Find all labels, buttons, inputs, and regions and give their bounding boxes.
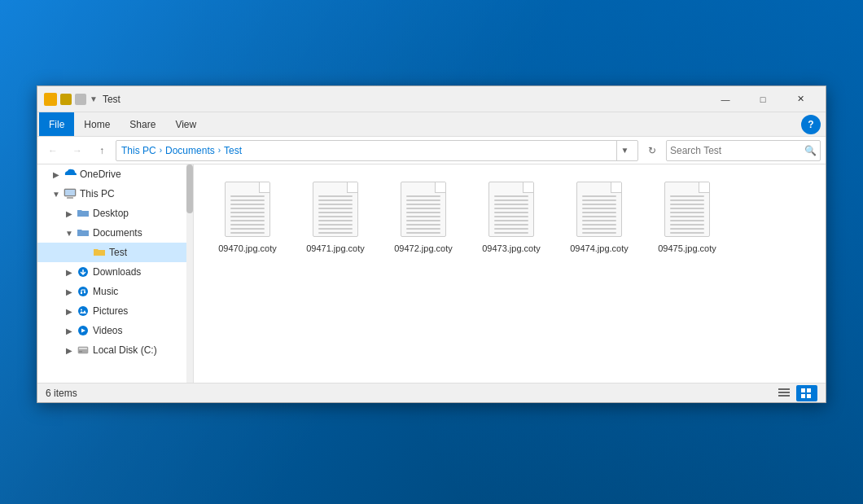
expand-thispc[interactable]: ▼ — [50, 188, 62, 199]
menu-home[interactable]: Home — [74, 112, 120, 136]
sidebar-item-videos[interactable]: ▶ Videos — [37, 321, 193, 340]
path-this-pc[interactable]: This PC — [121, 145, 156, 156]
expand-downloads[interactable]: ▶ — [64, 266, 75, 278]
music-icon — [77, 286, 90, 297]
sidebar-item-music[interactable]: ▶ Music — [37, 282, 193, 301]
file-doc-line — [582, 228, 616, 230]
close-button[interactable]: ✕ — [782, 86, 819, 112]
file-doc-line — [318, 204, 353, 205]
maximize-button[interactable]: □ — [744, 86, 782, 112]
sidebar-label-downloads: Downloads — [93, 266, 141, 278]
sidebar-item-downloads[interactable]: ▶ Downloads — [37, 262, 193, 282]
files-grid: 09470.jpg.coty09471.jpg.coty09472.jpg.co… — [207, 174, 813, 259]
sidebar-label-documents: Documents — [93, 227, 142, 239]
up-button[interactable]: ↑ — [91, 140, 112, 161]
videos-icon — [77, 325, 90, 336]
sidebar-label-videos: Videos — [93, 325, 122, 336]
sidebar-item-thispc[interactable]: ▼ This PC — [37, 184, 193, 204]
file-doc-line — [406, 232, 440, 234]
sidebar-item-test[interactable]: ▶ Test — [37, 243, 193, 262]
file-doc-lines — [670, 195, 704, 234]
search-input[interactable] — [670, 145, 804, 156]
path-test[interactable]: Test — [224, 145, 242, 156]
svg-rect-18 — [807, 388, 811, 392]
title-folder-icon — [44, 93, 57, 106]
expand-music[interactable]: ▶ — [64, 286, 75, 297]
file-doc-line — [230, 220, 265, 221]
sidebar-item-localdisk[interactable]: ▶ Local Disk (C:) — [37, 340, 193, 360]
file-doc-line — [230, 212, 265, 213]
sidebar-scrollbar[interactable] — [186, 164, 193, 383]
list-item[interactable]: 09471.jpg.coty — [295, 174, 376, 259]
list-item[interactable]: 09470.jpg.coty — [207, 174, 288, 259]
path-dropdown-arrow[interactable]: ▼ — [616, 140, 633, 161]
sidebar-label-onedrive: OneDrive — [80, 169, 121, 180]
path-sep2: › — [218, 146, 221, 155]
file-icon-wrap — [573, 179, 625, 239]
file-doc-icon — [225, 182, 270, 237]
back-button[interactable]: ← — [42, 140, 64, 161]
file-doc-line — [406, 228, 440, 230]
menu-bar: File Home Share View ? — [37, 112, 826, 137]
expand-videos[interactable]: ▶ — [64, 325, 75, 336]
file-doc-line — [494, 208, 528, 209]
file-doc-line — [494, 216, 528, 217]
file-doc-line — [230, 232, 265, 234]
file-doc-line — [582, 208, 616, 209]
path-sep1: › — [160, 146, 162, 155]
expand-localdisk[interactable]: ▶ — [64, 344, 75, 356]
sidebar-item-desktop[interactable]: ▶ Desktop — [37, 204, 193, 223]
minimize-button[interactable]: — — [707, 86, 744, 112]
file-doc-line — [318, 208, 353, 209]
list-item[interactable]: 09475.jpg.coty — [646, 174, 728, 259]
sidebar-item-pictures[interactable]: ▶ Pictures — [37, 301, 193, 321]
file-doc-line — [582, 224, 616, 226]
title-dropdown-arrow[interactable]: ▼ — [90, 94, 98, 103]
sidebar-item-onedrive[interactable]: ▶ OneDrive — [37, 164, 193, 184]
file-doc-line — [494, 195, 528, 197]
file-name: 09473.jpg.coty — [482, 243, 541, 254]
details-view-button[interactable] — [773, 385, 795, 401]
svg-rect-15 — [778, 392, 790, 393]
menu-view[interactable]: View — [165, 112, 206, 136]
expand-documents[interactable]: ▼ — [64, 227, 75, 239]
file-doc-line — [318, 232, 353, 234]
file-doc-icon — [488, 182, 534, 237]
menu-share[interactable]: Share — [120, 112, 165, 136]
forward-button[interactable]: → — [67, 140, 88, 161]
file-icon-wrap — [661, 179, 713, 239]
file-doc-lines — [494, 195, 528, 234]
expand-pictures[interactable]: ▶ — [64, 305, 75, 317]
path-documents[interactable]: Documents — [165, 145, 215, 156]
status-text: 6 items — [46, 388, 773, 399]
file-area: 09470.jpg.coty09471.jpg.coty09472.jpg.co… — [194, 164, 826, 383]
sidebar-scroll-thumb[interactable] — [186, 164, 193, 213]
svg-rect-16 — [778, 395, 790, 397]
file-doc-line — [406, 220, 440, 221]
list-item[interactable]: 09474.jpg.coty — [559, 174, 640, 259]
file-doc-line — [582, 199, 616, 201]
file-doc-line — [670, 199, 704, 201]
help-button[interactable]: ? — [801, 115, 821, 134]
list-item[interactable]: 09472.jpg.coty — [383, 174, 464, 259]
file-doc-line — [670, 232, 704, 234]
refresh-button[interactable]: ↻ — [642, 140, 663, 161]
svg-rect-14 — [778, 388, 790, 390]
address-path[interactable]: This PC › Documents › Test ▼ — [116, 140, 638, 161]
downloads-icon — [77, 266, 90, 278]
file-doc-line — [670, 224, 704, 226]
title-icon2 — [60, 94, 72, 105]
menu-file[interactable]: File — [39, 112, 74, 136]
search-box[interactable]: 🔍 — [666, 140, 821, 161]
file-doc-line — [318, 216, 353, 217]
expand-onedrive[interactable]: ▶ — [50, 169, 62, 180]
large-icons-view-button[interactable] — [796, 385, 817, 401]
expand-desktop[interactable]: ▶ — [64, 208, 75, 219]
file-doc-line — [582, 220, 616, 221]
list-item[interactable]: 09473.jpg.coty — [471, 174, 552, 259]
file-doc-line — [582, 212, 616, 213]
search-icon[interactable]: 🔍 — [804, 145, 817, 156]
svg-rect-20 — [807, 394, 811, 398]
sidebar-item-documents[interactable]: ▼ Documents — [37, 223, 193, 243]
svg-point-7 — [78, 306, 88, 316]
